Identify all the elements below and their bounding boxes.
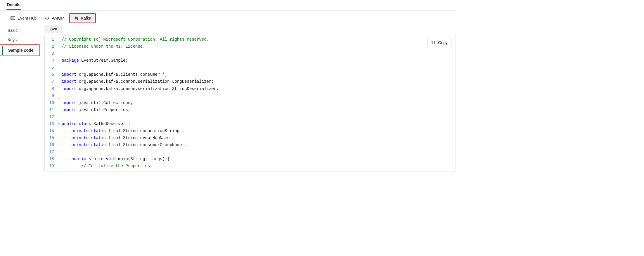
svg-point-8 [75, 19, 76, 20]
svg-line-14 [76, 18, 77, 19]
svg-point-6 [75, 16, 76, 17]
svg-rect-3 [14, 18, 14, 18]
header-tabs: Details [0, 0, 456, 11]
main-panel: java Copy 12345678910111213141516171819 … [40, 25, 456, 181]
copy-button-label: Copy [438, 40, 448, 45]
svg-point-7 [75, 18, 76, 19]
tab-details[interactable]: Details [6, 1, 21, 10]
svg-rect-5 [13, 18, 13, 19]
line-number-gutter: 12345678910111213141516171819 [45, 34, 57, 171]
conn-tab-label: AMQP [52, 16, 64, 20]
svg-rect-2 [13, 18, 13, 18]
kafka-icon [74, 16, 79, 20]
conn-tab-label: Event Hub [18, 16, 37, 20]
amqp-icon [45, 16, 49, 20]
svg-rect-1 [12, 18, 12, 18]
copy-icon [431, 40, 436, 45]
connection-type-tabs: Event Hub AMQP Kafka [0, 11, 456, 25]
sidebar-item-keys[interactable]: Keys [0, 35, 40, 44]
conn-tab-amqp[interactable]: AMQP [41, 14, 67, 22]
event-hub-icon [11, 16, 15, 20]
highlight-kafka-annotation: Kafka [69, 13, 96, 23]
copy-button[interactable]: Copy [427, 38, 451, 47]
conn-tab-event-hub[interactable]: Event Hub [7, 14, 40, 22]
conn-tab-kafka[interactable]: Kafka [70, 14, 95, 22]
sidebar-item-sample-code[interactable]: Sample code [2, 46, 39, 55]
lang-tab-java[interactable]: java [44, 25, 63, 33]
code-editor[interactable]: Copy 12345678910111213141516171819 ⊟⊟ //… [44, 34, 456, 172]
sidebar-item-basic[interactable]: Basic [0, 26, 40, 35]
svg-rect-4 [12, 18, 12, 19]
svg-rect-15 [432, 41, 435, 44]
svg-line-13 [76, 18, 77, 18]
svg-rect-0 [11, 17, 15, 20]
svg-point-9 [77, 17, 78, 18]
sidebar: Basic Keys Sample code [0, 25, 40, 181]
svg-point-10 [77, 18, 78, 19]
highlight-sample-code-annotation: Sample code [0, 44, 40, 56]
language-tabs: java [44, 25, 456, 34]
fold-gutter: ⊟⊟ [57, 34, 61, 171]
conn-tab-label: Kafka [81, 16, 91, 20]
code-content[interactable]: // Copyright (c) Microsoft Corporation. … [61, 34, 219, 171]
